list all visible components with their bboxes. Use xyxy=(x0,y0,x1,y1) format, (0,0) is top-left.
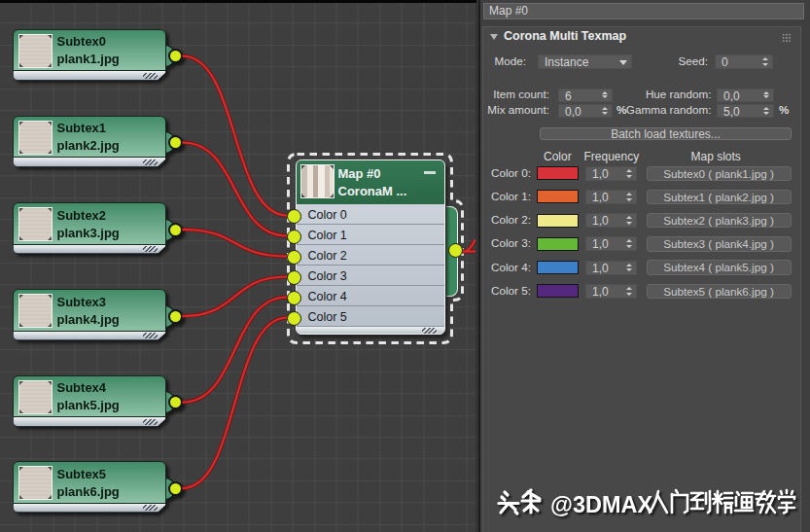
svg-text:@3DMAX: @3DMAX xyxy=(550,492,653,517)
